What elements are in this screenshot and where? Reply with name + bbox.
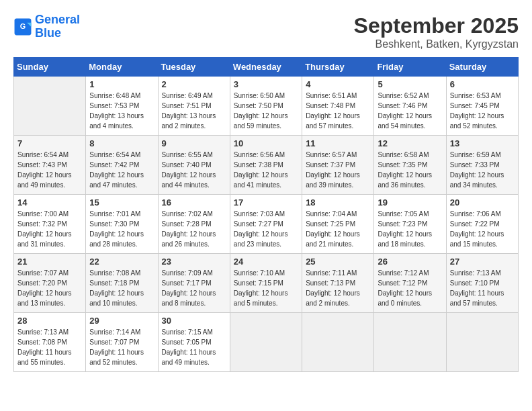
day-number: 16: [162, 197, 226, 208]
location-subtitle: Beshkent, Batken, Kyrgyzstan: [354, 38, 519, 50]
day-info: Sunrise: 7:14 AM Sunset: 7:07 PM Dayligh…: [89, 327, 154, 367]
week-row-1: 1Sunrise: 6:48 AM Sunset: 7:53 PM Daylig…: [14, 77, 519, 136]
day-cell: [14, 77, 86, 136]
day-number: 13: [450, 138, 515, 148]
day-info: Sunrise: 6:55 AM Sunset: 7:40 PM Dayligh…: [162, 150, 226, 190]
day-info: Sunrise: 7:00 AM Sunset: 7:32 PM Dayligh…: [17, 209, 82, 249]
day-number: 3: [234, 79, 298, 89]
day-info: Sunrise: 7:11 AM Sunset: 7:13 PM Dayligh…: [306, 268, 370, 308]
header-cell-friday: Friday: [374, 58, 446, 77]
day-info: Sunrise: 7:02 AM Sunset: 7:28 PM Dayligh…: [162, 209, 226, 249]
day-cell: 20Sunrise: 7:06 AM Sunset: 7:22 PM Dayli…: [446, 195, 518, 254]
logo: G General Blue: [13, 13, 80, 40]
day-cell: 13Sunrise: 6:59 AM Sunset: 7:33 PM Dayli…: [446, 136, 518, 195]
day-cell: 12Sunrise: 6:58 AM Sunset: 7:35 PM Dayli…: [374, 136, 446, 195]
day-cell: 2Sunrise: 6:49 AM Sunset: 7:51 PM Daylig…: [158, 77, 230, 136]
day-number: 23: [162, 257, 226, 267]
day-number: 24: [234, 257, 298, 267]
calendar-header-row: SundayMondayTuesdayWednesdayThursdayFrid…: [14, 58, 519, 77]
day-number: 7: [17, 138, 82, 148]
header-cell-monday: Monday: [86, 58, 158, 77]
day-info: Sunrise: 7:13 AM Sunset: 7:08 PM Dayligh…: [17, 327, 82, 367]
day-number: 14: [17, 197, 82, 208]
week-row-2: 7Sunrise: 6:54 AM Sunset: 7:43 PM Daylig…: [14, 136, 519, 195]
day-number: 25: [306, 257, 370, 267]
day-number: 5: [378, 79, 442, 89]
day-cell: [230, 313, 302, 372]
day-cell: 7Sunrise: 6:54 AM Sunset: 7:43 PM Daylig…: [14, 136, 86, 195]
day-number: 27: [450, 257, 515, 267]
day-cell: 10Sunrise: 6:56 AM Sunset: 7:38 PM Dayli…: [230, 136, 302, 195]
day-info: Sunrise: 7:06 AM Sunset: 7:22 PM Dayligh…: [450, 209, 515, 249]
week-row-4: 21Sunrise: 7:07 AM Sunset: 7:20 PM Dayli…: [14, 254, 519, 313]
month-title: September 2025: [354, 13, 519, 38]
day-cell: [446, 313, 518, 372]
week-row-3: 14Sunrise: 7:00 AM Sunset: 7:32 PM Dayli…: [14, 195, 519, 254]
day-cell: 6Sunrise: 6:53 AM Sunset: 7:45 PM Daylig…: [446, 77, 518, 136]
header-cell-wednesday: Wednesday: [230, 58, 302, 77]
day-info: Sunrise: 6:54 AM Sunset: 7:43 PM Dayligh…: [17, 150, 82, 190]
day-number: 22: [89, 257, 154, 267]
day-info: Sunrise: 6:52 AM Sunset: 7:46 PM Dayligh…: [378, 91, 442, 131]
calendar-body: 1Sunrise: 6:48 AM Sunset: 7:53 PM Daylig…: [14, 77, 519, 372]
day-cell: 29Sunrise: 7:14 AM Sunset: 7:07 PM Dayli…: [86, 313, 158, 372]
day-info: Sunrise: 6:59 AM Sunset: 7:33 PM Dayligh…: [450, 150, 515, 190]
day-number: 8: [89, 138, 154, 148]
day-cell: 27Sunrise: 7:13 AM Sunset: 7:10 PM Dayli…: [446, 254, 518, 313]
day-number: 2: [162, 79, 226, 89]
header-cell-tuesday: Tuesday: [158, 58, 230, 77]
day-info: Sunrise: 7:13 AM Sunset: 7:10 PM Dayligh…: [450, 268, 515, 308]
day-info: Sunrise: 7:05 AM Sunset: 7:23 PM Dayligh…: [378, 209, 442, 249]
day-info: Sunrise: 7:12 AM Sunset: 7:12 PM Dayligh…: [378, 268, 442, 308]
day-number: 26: [378, 257, 442, 267]
header-cell-thursday: Thursday: [302, 58, 374, 77]
day-info: Sunrise: 7:15 AM Sunset: 7:05 PM Dayligh…: [162, 327, 226, 367]
day-cell: 3Sunrise: 6:50 AM Sunset: 7:50 PM Daylig…: [230, 77, 302, 136]
day-number: 10: [234, 138, 298, 148]
day-cell: 24Sunrise: 7:10 AM Sunset: 7:15 PM Dayli…: [230, 254, 302, 313]
day-cell: 26Sunrise: 7:12 AM Sunset: 7:12 PM Dayli…: [374, 254, 446, 313]
day-number: 6: [450, 79, 515, 89]
day-info: Sunrise: 7:07 AM Sunset: 7:20 PM Dayligh…: [17, 268, 82, 308]
day-cell: 22Sunrise: 7:08 AM Sunset: 7:18 PM Dayli…: [86, 254, 158, 313]
day-info: Sunrise: 6:53 AM Sunset: 7:45 PM Dayligh…: [450, 91, 515, 131]
day-info: Sunrise: 7:04 AM Sunset: 7:25 PM Dayligh…: [306, 209, 370, 249]
day-number: 29: [89, 316, 154, 326]
day-number: 17: [234, 197, 298, 208]
day-info: Sunrise: 6:48 AM Sunset: 7:53 PM Dayligh…: [89, 91, 154, 131]
week-row-5: 28Sunrise: 7:13 AM Sunset: 7:08 PM Dayli…: [14, 313, 519, 372]
day-cell: 4Sunrise: 6:51 AM Sunset: 7:48 PM Daylig…: [302, 77, 374, 136]
day-number: 21: [17, 257, 82, 267]
day-cell: 23Sunrise: 7:09 AM Sunset: 7:17 PM Dayli…: [158, 254, 230, 313]
day-info: Sunrise: 6:50 AM Sunset: 7:50 PM Dayligh…: [234, 91, 298, 131]
day-cell: 5Sunrise: 6:52 AM Sunset: 7:46 PM Daylig…: [374, 77, 446, 136]
day-number: 15: [89, 197, 154, 208]
logo-icon: G: [13, 17, 32, 36]
day-cell: 15Sunrise: 7:01 AM Sunset: 7:30 PM Dayli…: [86, 195, 158, 254]
day-info: Sunrise: 7:09 AM Sunset: 7:17 PM Dayligh…: [162, 268, 226, 308]
day-number: 4: [306, 79, 370, 89]
day-info: Sunrise: 7:10 AM Sunset: 7:15 PM Dayligh…: [234, 268, 298, 308]
day-cell: 17Sunrise: 7:03 AM Sunset: 7:27 PM Dayli…: [230, 195, 302, 254]
day-info: Sunrise: 6:51 AM Sunset: 7:48 PM Dayligh…: [306, 91, 370, 131]
day-number: 30: [162, 316, 226, 326]
day-cell: 28Sunrise: 7:13 AM Sunset: 7:08 PM Dayli…: [14, 313, 86, 372]
day-number: 18: [306, 197, 370, 208]
day-cell: 1Sunrise: 6:48 AM Sunset: 7:53 PM Daylig…: [86, 77, 158, 136]
logo-text: General Blue: [35, 13, 80, 40]
title-block: September 2025 Beshkent, Batken, Kyrgyzs…: [354, 13, 519, 50]
day-cell: 8Sunrise: 6:54 AM Sunset: 7:42 PM Daylig…: [86, 136, 158, 195]
day-number: 12: [378, 138, 442, 148]
day-cell: [302, 313, 374, 372]
day-cell: [374, 313, 446, 372]
day-cell: 19Sunrise: 7:05 AM Sunset: 7:23 PM Dayli…: [374, 195, 446, 254]
day-info: Sunrise: 7:01 AM Sunset: 7:30 PM Dayligh…: [89, 209, 154, 249]
calendar-table: SundayMondayTuesdayWednesdayThursdayFrid…: [13, 57, 519, 372]
day-info: Sunrise: 6:56 AM Sunset: 7:38 PM Dayligh…: [234, 150, 298, 190]
day-number: 11: [306, 138, 370, 148]
day-number: 20: [450, 197, 515, 208]
day-cell: 14Sunrise: 7:00 AM Sunset: 7:32 PM Dayli…: [14, 195, 86, 254]
day-cell: 16Sunrise: 7:02 AM Sunset: 7:28 PM Dayli…: [158, 195, 230, 254]
day-cell: 11Sunrise: 6:57 AM Sunset: 7:37 PM Dayli…: [302, 136, 374, 195]
day-info: Sunrise: 6:49 AM Sunset: 7:51 PM Dayligh…: [162, 91, 226, 131]
